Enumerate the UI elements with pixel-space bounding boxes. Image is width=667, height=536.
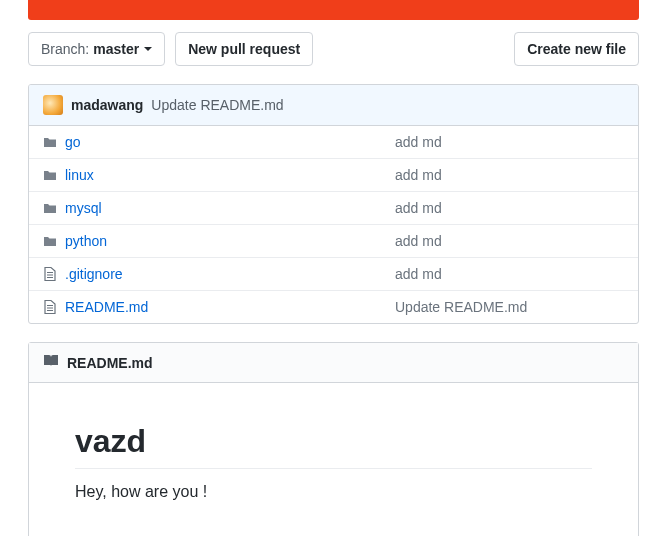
- file-name: linux: [65, 167, 395, 183]
- file-name: mysql: [65, 200, 395, 216]
- table-row: README.mdUpdate README.md: [29, 291, 638, 323]
- table-row: pythonadd md: [29, 225, 638, 258]
- folder-icon: [43, 135, 65, 149]
- commit-author[interactable]: madawang: [71, 97, 143, 113]
- readme-body: vazd Hey, how are you !: [29, 383, 638, 536]
- file-name: python: [65, 233, 395, 249]
- avatar: [43, 95, 63, 115]
- file-commit-message[interactable]: add md: [395, 134, 624, 150]
- file-commit-message[interactable]: add md: [395, 233, 624, 249]
- file-link[interactable]: .gitignore: [65, 266, 123, 282]
- file-name: go: [65, 134, 395, 150]
- chevron-down-icon: [144, 47, 152, 51]
- branch-prefix-label: Branch:: [41, 39, 89, 59]
- file-commit-message[interactable]: add md: [395, 200, 624, 216]
- readme-panel: README.md vazd Hey, how are you !: [28, 342, 639, 536]
- readme-filename: README.md: [67, 355, 153, 371]
- file-link[interactable]: go: [65, 134, 81, 150]
- file-commit-message[interactable]: add md: [395, 266, 624, 282]
- file-icon: [43, 299, 65, 315]
- table-row: goadd md: [29, 126, 638, 159]
- readme-title: vazd: [75, 423, 592, 469]
- folder-icon: [43, 168, 65, 182]
- table-row: mysqladd md: [29, 192, 638, 225]
- file-name: README.md: [65, 299, 395, 315]
- file-icon: [43, 266, 65, 282]
- folder-icon: [43, 201, 65, 215]
- file-link[interactable]: mysql: [65, 200, 102, 216]
- branch-selector[interactable]: Branch: master: [28, 32, 165, 66]
- file-name: .gitignore: [65, 266, 395, 282]
- folder-icon: [43, 234, 65, 248]
- file-link[interactable]: linux: [65, 167, 94, 183]
- latest-commit-header: madawang Update README.md: [29, 85, 638, 126]
- readme-header: README.md: [29, 343, 638, 383]
- alert-banner: [28, 0, 639, 20]
- book-icon: [43, 353, 59, 372]
- file-commit-message[interactable]: add md: [395, 167, 624, 183]
- file-link[interactable]: python: [65, 233, 107, 249]
- file-link[interactable]: README.md: [65, 299, 148, 315]
- file-commit-message[interactable]: Update README.md: [395, 299, 624, 315]
- file-listing: madawang Update README.md goadd mdlinuxa…: [28, 84, 639, 324]
- branch-name: master: [93, 39, 139, 59]
- new-pull-request-button[interactable]: New pull request: [175, 32, 313, 66]
- table-row: .gitignoreadd md: [29, 258, 638, 291]
- create-new-file-button[interactable]: Create new file: [514, 32, 639, 66]
- commit-message[interactable]: Update README.md: [151, 97, 283, 113]
- repo-toolbar: Branch: master New pull request Create n…: [0, 32, 667, 84]
- table-row: linuxadd md: [29, 159, 638, 192]
- readme-text: Hey, how are you !: [75, 483, 592, 501]
